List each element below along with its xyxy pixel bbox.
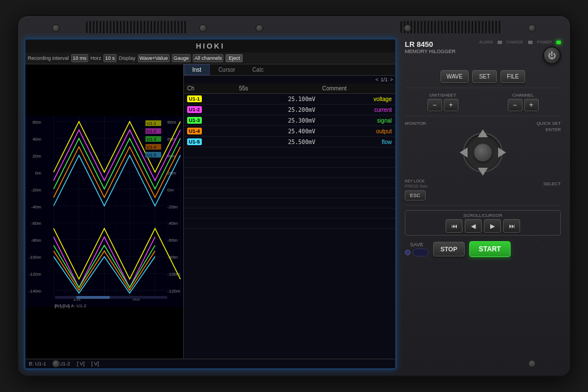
svg-text:-20m: -20m — [167, 204, 178, 210]
vent-right — [400, 21, 502, 33]
gauge-select[interactable]: Gauge — [172, 54, 191, 62]
col-ch: Ch — [184, 84, 236, 94]
press-label: PRESS 3sec — [405, 184, 427, 188]
svg-text:B: U1-1  A: U1-2: B: U1-1 A: U1-2 — [55, 303, 87, 308]
ch-cell: U1-4 — [184, 126, 236, 137]
value-cell: 25.400mV — [236, 126, 319, 137]
esc-button[interactable]: ESC — [405, 190, 426, 201]
horz-value[interactable]: 10 s — [103, 54, 116, 62]
divider-1 — [405, 88, 561, 88]
svg-text:60m: 60m — [32, 120, 41, 125]
value-cell: 25.300mV — [236, 115, 319, 126]
scroll-fast-back[interactable]: ⏮ — [446, 219, 462, 233]
device-model: LR 8450 — [405, 40, 456, 49]
svg-text:-100m: -100m — [28, 255, 41, 260]
svg-text:U1-3: U1-3 — [146, 137, 157, 142]
eject-button[interactable]: Eject — [226, 54, 243, 62]
power-led-label: POWER — [537, 40, 552, 44]
recording-value[interactable]: 10 ms — [71, 54, 89, 62]
dpad-up[interactable] — [478, 129, 488, 137]
device-body: HIOKI Recording interval 10 ms Horz 10 s… — [17, 15, 571, 377]
table-row-empty — [184, 219, 395, 229]
set-button[interactable]: SET — [472, 70, 497, 83]
table-row: U1-525.500mVflow — [184, 137, 395, 147]
screen-content: 60m 40m 20m 0m -20m -40m -60m -80m -100m… — [25, 64, 395, 359]
unit-v2: [ V] — [92, 361, 100, 367]
recording-label: Recording interval — [28, 55, 69, 61]
channel-minus[interactable]: − — [508, 99, 522, 111]
charge-led — [528, 41, 533, 44]
channel-label: CHANNEL — [512, 93, 534, 98]
unit-sheet-plus[interactable]: + — [444, 99, 459, 111]
ch-cell: U1-1 — [184, 94, 236, 104]
ch-cell: U1-3 — [184, 115, 236, 126]
stop-button[interactable]: STOP — [433, 242, 465, 256]
page-prev[interactable]: < — [375, 77, 378, 82]
scroll-buttons: ⏮ ◀ ▶ ⏭ — [409, 219, 557, 233]
main-buttons-row: WAVE SET FILE — [405, 70, 561, 83]
svg-text:-40m: -40m — [31, 204, 42, 210]
svg-text:-140m: -140m — [28, 289, 41, 294]
channel-select[interactable]: All channels — [193, 54, 224, 62]
svg-text:-60m: -60m — [167, 238, 178, 243]
svg-text:-120m: -120m — [28, 272, 41, 277]
wave-button[interactable]: WAVE — [440, 70, 469, 83]
svg-text:-40m: -40m — [167, 221, 178, 226]
value-cell: 25.100mV — [236, 94, 319, 104]
start-button[interactable]: START — [469, 241, 511, 257]
svg-text:U1-5: U1-5 — [146, 153, 157, 158]
tab-calc[interactable]: Calc — [244, 64, 272, 75]
dpad-area: MONITOR QUICK SET ENTER KEY LOCK — [405, 121, 561, 201]
dpad — [457, 127, 508, 178]
svg-text:80m: 80m — [167, 120, 176, 125]
power-button[interactable]: ⏻ — [543, 46, 561, 64]
table-row: U1-325.300mVsignal — [184, 115, 395, 126]
key-lock-label: KEY LOCK — [405, 179, 425, 183]
scroll-forward[interactable]: ▶ — [484, 219, 501, 233]
screen-bottom-bar: B: U1-1 A: U1-2 [ V] [ V] — [25, 359, 395, 368]
svg-rect-59 — [55, 296, 167, 299]
unit-sheet-minus[interactable]: − — [427, 99, 442, 111]
dpad-center[interactable] — [474, 143, 492, 162]
svg-text:0m: 0m — [35, 171, 41, 176]
unit-v1: [ V] — [77, 361, 85, 367]
table-row-empty — [184, 178, 395, 188]
device-name: MEMORY HiLOGGER — [405, 49, 456, 54]
dpad-left[interactable] — [460, 147, 468, 158]
scroll-cursor-label: SCROLL/CURSOR — [409, 213, 557, 218]
unit-sheet-group: UNIT/SHEET − + — [405, 93, 481, 111]
table-row-empty — [184, 147, 395, 158]
unit-sheet-label: UNIT/SHEET — [429, 93, 456, 98]
scroll-fast-forward[interactable]: ⏭ — [503, 219, 520, 233]
svg-text:40m: 40m — [32, 137, 41, 142]
page-next[interactable]: > — [390, 77, 393, 82]
scroll-back[interactable]: ◀ — [465, 219, 482, 233]
monitor-label: MONITOR — [405, 121, 426, 126]
channel-plus[interactable]: + — [524, 99, 539, 111]
svg-text:20m: 20m — [32, 154, 41, 159]
display-value[interactable]: Wave+Value — [138, 54, 170, 62]
alarm-led-label: ALARM — [479, 40, 492, 44]
charge-led-label: CHARGE — [507, 40, 524, 44]
file-button[interactable]: FILE — [500, 70, 525, 83]
tab-cursor[interactable]: Cursor — [210, 64, 244, 75]
tab-inst[interactable]: Inst — [184, 64, 210, 75]
unit-channel-row: UNIT/SHEET − + CHANNEL − + — [405, 93, 561, 111]
bottom-actions: SAVE STOP START — [405, 239, 561, 259]
data-pagination: < 1/1 > — [184, 76, 395, 84]
toggle-dot — [405, 250, 410, 255]
enter-label: ENTER — [546, 127, 561, 132]
table-row-empty — [184, 208, 395, 219]
table-row-empty — [184, 198, 395, 208]
save-toggle[interactable] — [405, 249, 429, 256]
svg-text:-120m: -120m — [167, 289, 180, 294]
svg-text:-80m: -80m — [31, 238, 42, 243]
screen-section: HIOKI Recording interval 10 ms Horz 10 s… — [24, 38, 397, 370]
horz-label: Horz — [90, 55, 101, 61]
data-table: Ch 55s Comment U1-125.100mVvoltageU1-225… — [184, 84, 395, 359]
dpad-down[interactable] — [478, 168, 488, 176]
brand-name: HIOKI — [196, 42, 224, 50]
dpad-right[interactable] — [498, 147, 506, 158]
cursor-b-label: B: U1-1 — [29, 361, 46, 367]
power-led — [556, 41, 561, 44]
